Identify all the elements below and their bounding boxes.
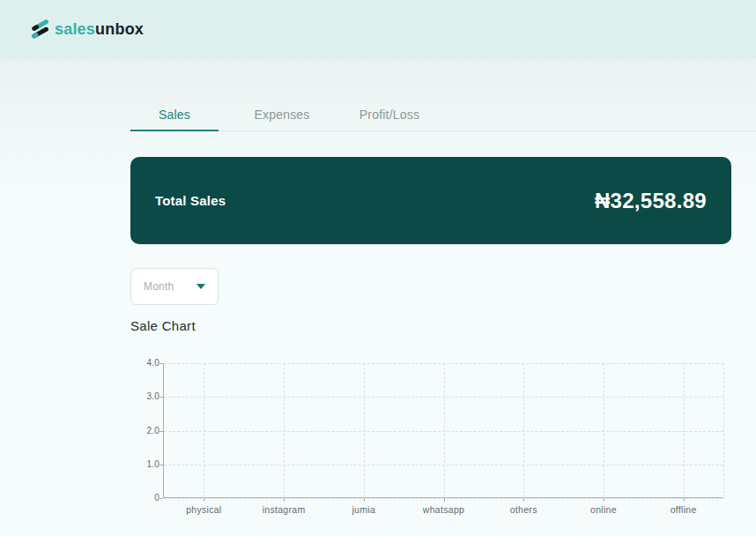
y-axis-tick xyxy=(159,397,163,398)
chart-plot: 01.02.03.04.0physicalinstagramjumiawhats… xyxy=(163,363,723,498)
gridline-vertical xyxy=(364,363,365,498)
total-sales-label: Total Sales xyxy=(155,193,226,208)
gridline-vertical xyxy=(204,363,204,498)
y-axis-tick xyxy=(159,363,163,364)
tab-sales[interactable]: Sales xyxy=(130,108,219,131)
gridline-vertical xyxy=(444,363,445,498)
y-axis-label: 3.0 xyxy=(128,391,159,401)
x-axis-label: jumia xyxy=(324,504,404,515)
tab-profit-loss[interactable]: Profit/Loss xyxy=(345,108,434,130)
sale-chart: 01.02.03.04.0physicalinstagramjumiawhats… xyxy=(130,353,756,529)
sale-chart-title: Sale Chart xyxy=(130,318,196,333)
x-axis-label: online xyxy=(564,504,643,515)
chevron-down-icon xyxy=(196,284,205,289)
x-axis-label: others xyxy=(484,504,563,515)
app-header: salesunbox xyxy=(0,0,756,59)
x-axis-tick xyxy=(444,498,445,502)
gridline-vertical xyxy=(523,363,524,498)
gridline-vertical xyxy=(284,363,285,498)
brand-name-primary: sales xyxy=(55,20,95,38)
x-axis-tick xyxy=(204,498,204,502)
salesunbox-logo-icon xyxy=(28,18,53,41)
x-axis-tick xyxy=(364,498,365,502)
x-axis-label: whatsapp xyxy=(404,504,484,515)
y-axis-label: 0 xyxy=(128,493,159,502)
dashboard-page: salesunbox Sales Expenses Profit/Loss To… xyxy=(0,0,756,536)
month-filter-value: Month xyxy=(144,280,174,293)
gridline-vertical xyxy=(684,363,685,498)
brand-name: salesunbox xyxy=(55,20,144,39)
tab-expenses[interactable]: Expenses xyxy=(238,108,326,130)
y-axis-tick xyxy=(159,498,163,499)
x-axis-label: instagram xyxy=(244,504,323,515)
y-axis-label: 1.0 xyxy=(128,459,159,469)
x-axis-tick xyxy=(523,498,524,502)
y-axis-tick xyxy=(159,431,163,432)
total-sales-value: ₦32,558.89 xyxy=(595,189,707,213)
brand-name-secondary: unbox xyxy=(95,20,144,38)
x-axis-tick xyxy=(604,498,604,502)
y-axis-tick xyxy=(159,465,163,465)
x-axis-label: offline xyxy=(644,504,723,515)
month-filter-dropdown[interactable]: Month xyxy=(130,268,219,305)
x-axis-tick xyxy=(284,498,285,502)
gridline-vertical xyxy=(604,363,604,498)
brand-logo[interactable]: salesunbox xyxy=(28,18,144,41)
tab-bar: Sales Expenses Profit/Loss xyxy=(130,108,756,131)
x-axis-tick xyxy=(684,498,685,502)
x-axis-label: physical xyxy=(164,504,243,515)
y-axis-label: 4.0 xyxy=(128,358,159,368)
total-sales-card: Total Sales ₦32,558.89 xyxy=(130,157,731,244)
gridline-vertical-boundary xyxy=(723,363,724,498)
y-axis-label: 2.0 xyxy=(128,426,159,436)
